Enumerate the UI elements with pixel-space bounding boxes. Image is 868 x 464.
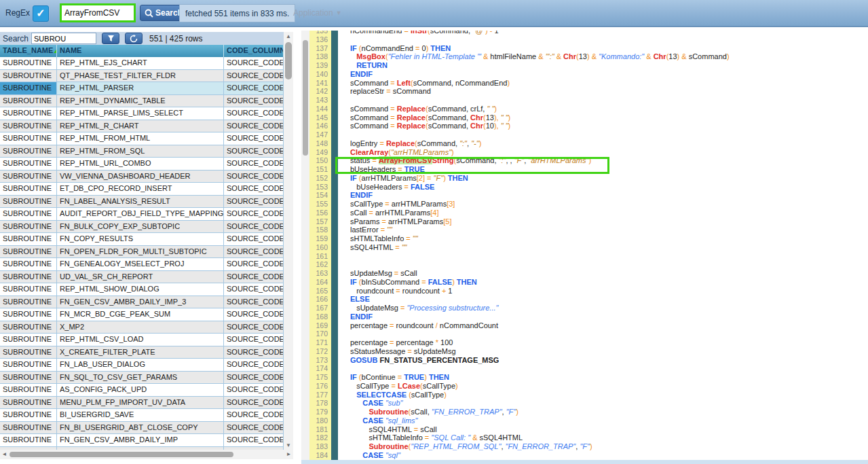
table-cell: FN_MCR_BD_CGE_PEAK_SUM — [57, 308, 224, 321]
table-cell: REP_HTML_FROM_SQL — [57, 145, 224, 158]
table-cell: SOURCE_CODE — [224, 308, 284, 321]
search-icon — [145, 9, 153, 18]
table-cell: SUBROUTINE — [0, 271, 57, 284]
table-cell: SUBROUTINE — [0, 183, 57, 196]
table-row[interactable]: SUBROUTINEFN_LAB_USER_DIALOGSOURCE_CODE — [0, 359, 284, 372]
code-line — [338, 252, 868, 261]
table-row[interactable]: SUBROUTINEREP_HTML_FROM_SQLSOURCE_CODE — [0, 145, 284, 158]
table-row[interactable]: SUBROUTINEFN_SQL_TO_CSV_GET_PARAMSSOURCE… — [0, 372, 284, 385]
line-number: 155 — [309, 200, 331, 209]
table-row[interactable]: SUBROUTINEX_MP2SOURCE_CODE — [0, 321, 284, 334]
table-row[interactable]: SUBROUTINEET_DB_CPO_RECORD_INSERTSOURCE_… — [0, 183, 284, 196]
table-cell: FN_BI_USERGRID_ABT_CLOSE_COPY — [57, 422, 224, 435]
table-row[interactable]: SUBROUTINEREP_HTML_PARSERSOURCE_CODE — [0, 82, 284, 95]
table-row[interactable]: SUBROUTINEUD_VAL_SR_CH_REPORTSOURCE_CODE — [0, 271, 284, 284]
table-row[interactable]: SUBROUTINEFN_COPY_RESULTSSOURCE_CODE — [0, 233, 284, 246]
table-cell: SOURCE_CODE — [224, 221, 284, 234]
refresh-icon — [130, 35, 138, 43]
results-table-body: SUBROUTINEREP_HTML_EJS_CHARTSOURCE_CODES… — [0, 57, 284, 450]
code-scroll-thumb[interactable] — [303, 40, 308, 156]
line-number-gutter: 1351361371381391401411421431441451461471… — [309, 31, 331, 464]
vertical-scroll-thumb[interactable] — [285, 42, 292, 79]
table-row[interactable]: SUBROUTINEREP_HTML_SHOW_DIALOGSOURCE_COD… — [0, 283, 284, 296]
table-row[interactable]: SUBROUTINEMENU_PLM_FP_IMPORT_UV_DATASOUR… — [0, 397, 284, 410]
table-cell: ET_DB_CPO_RECORD_INSERT — [57, 183, 224, 196]
column-header-name[interactable]: NAME — [57, 45, 224, 57]
column-header-code-column-name[interactable]: CODE_COLUMN_NAME — [224, 45, 284, 57]
table-cell: FN_OPEN_FLDR_FOR_MULTI_SUBTOPIC — [57, 246, 224, 259]
table-row[interactable]: SUBROUTINEREP_HTML_URL_COMBOSOURCE_CODE — [0, 158, 284, 171]
table-row[interactable]: SUBROUTINEREP_HTML_R_CHARTSOURCE_CODE — [0, 120, 284, 133]
table-row[interactable]: SUBROUTINEFN_GEN_CSV_AMBR_DAILY_IMP_3SOU… — [0, 296, 284, 309]
refresh-button[interactable] — [125, 33, 143, 44]
line-number: 161 — [309, 252, 331, 261]
table-cell: SUBROUTINE — [0, 283, 57, 296]
table-cell: SUBROUTINE — [0, 70, 57, 83]
line-number: 138 — [309, 52, 331, 61]
scroll-up-icon[interactable]: ▲ — [284, 32, 293, 41]
table-row[interactable]: SUBROUTINEBI_USERGRID_SAVESOURCE_CODE — [0, 409, 284, 422]
code-line: SELECTCASE (sCallType) — [338, 391, 868, 399]
horizontal-scroll-thumb[interactable] — [10, 452, 233, 457]
table-cell: VW_VIENNA_DASHBOARD_HEADER — [57, 171, 224, 183]
table-cell: MENU_PLM_FP_IMPORT_UV_DATA — [57, 397, 224, 410]
line-number: 136 — [309, 35, 331, 44]
code-vertical-scrollbar[interactable] — [301, 31, 309, 464]
table-row[interactable]: SUBROUTINEFN_LABEL_ANALYSIS_RESULTSOURCE… — [0, 196, 284, 209]
table-cell: SUBROUTINE — [0, 246, 57, 259]
code-line: Subroutine(sCall, "FN_ERROR_TRAP", "F") — [338, 408, 868, 416]
table-cell: SOURCE_CODE — [224, 422, 284, 435]
regex-checkbox[interactable]: ✓ — [33, 5, 49, 22]
code-line: lastError = "" — [338, 226, 868, 234]
results-panel: Search 551 | 425 rows TABLE_NAME NAME CO… — [0, 32, 293, 459]
table-row[interactable]: SUBROUTINEFN_BI_USERGRID_ABT_CLOSE_COPYS… — [0, 422, 284, 435]
application-menu[interactable]: Application ▼ — [293, 8, 342, 18]
code-line: sHTMLTableInfo = "SQL Call: " & sSQL4HTM… — [338, 433, 868, 442]
table-row[interactable]: SUBROUTINEAUDIT_REPORT_OBJ_FIELD_TYPE_MA… — [0, 208, 284, 221]
filter-button[interactable] — [102, 33, 119, 44]
table-row[interactable]: SUBROUTINEFN_BULK_COPY_EXP_SUBTOPICSOURC… — [0, 221, 284, 234]
code-line: IF (bInSubCommand = FALSE) THEN — [338, 278, 868, 287]
line-number: 171 — [309, 338, 331, 347]
column-header-table-name[interactable]: TABLE_NAME — [0, 45, 57, 57]
table-row[interactable]: SUBROUTINEFN_MCR_BD_CGE_PEAK_SUMSOURCE_C… — [0, 308, 284, 321]
results-vertical-scrollbar[interactable]: ▲ ▼ — [284, 32, 293, 450]
line-number: 176 — [309, 382, 331, 391]
table-cell: SUBROUTINE — [0, 384, 57, 397]
table-row[interactable]: SUBROUTINEREP_HTML_EJS_CHARTSOURCE_CODE — [0, 57, 284, 70]
line-numbers: 1351361371381391401411421431441451461471… — [309, 31, 331, 460]
code-line: sCall = arrHTMLParams[4] — [338, 209, 868, 217]
regex-label: RegEx — [5, 8, 30, 18]
results-horizontal-scrollbar[interactable]: ◄ ► — [0, 450, 293, 459]
table-row[interactable]: SUBROUTINEAS_CONFIG_PACK_UPDSOURCE_CODE — [0, 384, 284, 397]
table-row[interactable]: SUBROUTINEREP_HTML_CSV_LOADSOURCE_CODE — [0, 334, 284, 346]
scroll-left-icon[interactable]: ◄ — [0, 450, 9, 459]
table-row[interactable]: SUBROUTINEFN_GENEALOGY_MSELECT_PROJSOURC… — [0, 258, 284, 271]
table-cell: SOURCE_CODE — [224, 321, 284, 334]
table-row[interactable]: SUBROUTINEX_CREATE_FILTER_PLATESOURCE_CO… — [0, 346, 284, 359]
code-line: sCallType = arrHTMLParams[3] — [338, 200, 868, 209]
table-row[interactable]: SUBROUTINEQT_PHASE_TEST_FILTER_FLDRSOURC… — [0, 70, 284, 83]
search-input[interactable] — [60, 3, 136, 22]
code-panel-bottom-edge — [301, 460, 868, 464]
table-cell: SOURCE_CODE — [224, 208, 284, 221]
table-cell: SUBROUTINE — [0, 233, 57, 246]
line-number: 149 — [309, 148, 331, 157]
table-row[interactable]: SUBROUTINEREP_HTML_FROM_HTMLSOURCE_CODE — [0, 132, 284, 145]
table-cell: SUBROUTINE — [0, 208, 57, 221]
table-cell: SUBROUTINE — [0, 296, 57, 309]
scroll-right-icon[interactable]: ► — [284, 450, 293, 459]
filter-search-input[interactable] — [31, 33, 96, 44]
table-row[interactable]: SUBROUTINEREP_HTML_DYNAMIC_TABLESOURCE_C… — [0, 95, 284, 108]
table-row[interactable]: SUBROUTINEREP_HTML_PARSE_LIMS_SELECTSOUR… — [0, 107, 284, 120]
code-line: sCommand = Replace(sCommand, Chr(13), " … — [338, 113, 868, 122]
line-number: 137 — [309, 44, 331, 53]
table-cell: FN_GENEALOGY_MSELECT_PROJ — [57, 258, 224, 271]
table-row[interactable]: SUBROUTINEVW_VIENNA_DASHBOARD_HEADERSOUR… — [0, 171, 284, 183]
table-row[interactable]: SUBROUTINEFN_GEN_CSV_AMBR_DAILY_IMPSOURC… — [0, 434, 284, 447]
scroll-down-icon[interactable]: ▼ — [284, 441, 293, 450]
table-row[interactable]: SUBROUTINEFN_OPEN_FLDR_FOR_MULTI_SUBTOPI… — [0, 246, 284, 259]
table-cell: SOURCE_CODE — [224, 57, 284, 70]
line-number: 158 — [309, 226, 331, 234]
line-number: 157 — [309, 217, 331, 226]
